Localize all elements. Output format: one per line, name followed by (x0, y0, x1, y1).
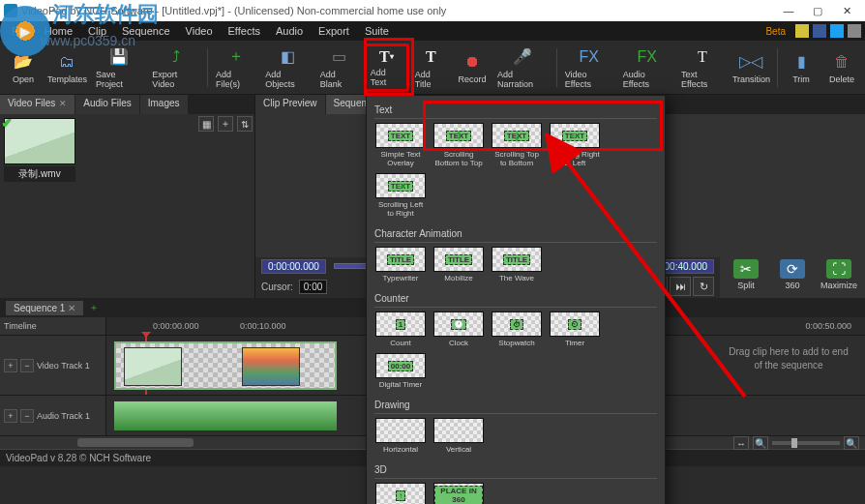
remove-audio-track-button[interactable]: − (20, 409, 34, 423)
ribbon-toolbar: 📂Open 🗂Templates 💾Save Project ⤴Export V… (0, 41, 865, 95)
dd-item-text-2[interactable]: TEXT↓Scrolling Top to Bottom (491, 123, 543, 167)
add-text-button[interactable]: T▾Add Text (364, 44, 409, 92)
tab-images[interactable]: Images (140, 95, 189, 114)
tab-clip-preview[interactable]: Clip Preview (255, 95, 326, 114)
zoom-out-button[interactable]: 🔍 (753, 436, 768, 450)
loop-button[interactable]: ↻ (693, 277, 714, 296)
menu-audio[interactable]: Audio (268, 23, 311, 39)
delete-button[interactable]: 🗑Delete (822, 44, 861, 92)
templates-button[interactable]: 🗂Templates (45, 44, 90, 92)
menu-file[interactable]: File (4, 23, 37, 39)
window-maximize[interactable]: ▢ (803, 0, 832, 21)
menu-effects[interactable]: Effects (221, 23, 268, 39)
zoom-reset-button[interactable]: ↔ (733, 436, 749, 450)
zoom-slider[interactable] (772, 441, 840, 445)
video-track-header[interactable]: + − Video Track 1 (0, 336, 106, 395)
dd-item-counter-3[interactable]: ⏲Timer (549, 311, 601, 347)
share-icon[interactable] (848, 24, 861, 38)
bin-add-icon[interactable]: ＋ (218, 116, 233, 132)
add-objects-button[interactable]: ◧Add Objects (261, 44, 314, 92)
dd-item-counter-0[interactable]: 1Count (374, 311, 427, 347)
add-sequence-button[interactable]: ＋ (89, 301, 99, 314)
dd-section-text: Text (374, 102, 657, 119)
timeline-mode-label[interactable]: Timeline (0, 317, 106, 335)
dd-item-text-0[interactable]: TEXTSimple Text Overlay (374, 123, 427, 167)
dd-item-text-3[interactable]: TEXT←Scrolling Right to Left (549, 123, 601, 167)
open-button[interactable]: 📂Open (4, 44, 43, 92)
dd-item-counter-2[interactable]: ⏱Stopwatch (491, 311, 543, 347)
bin-view-icon[interactable]: ▦ (198, 116, 214, 132)
status-text: VideoPad v 8.28 © NCH Software (6, 453, 151, 463)
goto-end-button[interactable]: ⏭ (670, 277, 691, 296)
split-button[interactable]: ✂Split (725, 257, 767, 292)
dd-item-3d-1[interactable]: PLACE IN 360360 degree billboard text (432, 483, 485, 504)
export-video-button[interactable]: ⤴Export Video (148, 44, 203, 92)
audio-track-header[interactable]: + − Audio Track 1 (0, 396, 106, 435)
dd-item-counter-1[interactable]: 🕐Clock (432, 311, 485, 347)
window-close[interactable]: ✕ (832, 0, 861, 21)
clip-used-icon: ✔ (1, 115, 13, 131)
zoom-in-button[interactable]: 🔍 (844, 436, 859, 450)
dd-item-char-2[interactable]: TITLEThe Wave (491, 247, 543, 282)
cursor-label: Cursor: (261, 282, 293, 292)
dd-section-3d: 3D (374, 461, 657, 479)
add-track-button[interactable]: + (4, 359, 17, 372)
menu-bar: File Home Clip Sequence Video Effects Au… (0, 21, 865, 41)
window-titlebar: VideoPad by NCH Software - [Untitled.vpj… (0, 0, 865, 21)
dd-item-drawing-1[interactable]: Vertical (432, 418, 485, 454)
maximize-button[interactable]: ⛶Maximize (818, 257, 860, 292)
menu-home[interactable]: Home (37, 23, 80, 39)
tab-video-files[interactable]: Video Files✕ (0, 95, 75, 114)
remove-track-button[interactable]: − (20, 359, 34, 372)
app-icon (4, 4, 17, 17)
dd-item-3d-0[interactable]: ↑Space (374, 483, 427, 504)
video-clip[interactable] (114, 341, 337, 390)
bin-sort-icon[interactable]: ⇅ (237, 116, 253, 132)
add-narration-button[interactable]: 🎤Add Narration (493, 44, 552, 92)
facebook-icon[interactable] (813, 24, 826, 38)
menu-export[interactable]: Export (311, 23, 357, 39)
clip-thumbnail[interactable]: ✔ 录制.wmv (4, 118, 75, 182)
dd-section-char: Character Animation (374, 225, 657, 243)
drop-hint: Drag clip here to add to end of the sequ… (726, 345, 851, 372)
window-minimize[interactable]: — (774, 0, 803, 21)
dd-item-char-1[interactable]: TITLEMobilize (432, 247, 485, 282)
360-button[interactable]: ⟳360 (771, 257, 814, 292)
dd-item-counter-4[interactable]: 00:00Digital Timer (374, 353, 427, 389)
star-icon[interactable] (795, 24, 809, 38)
preview-in-time[interactable]: 0:00:00.000 (261, 259, 326, 274)
trim-button[interactable]: ▮Trim (782, 44, 820, 92)
add-blank-button[interactable]: ▭Add Blank (316, 44, 362, 92)
tab-audio-files[interactable]: Audio Files (75, 95, 139, 114)
window-title: VideoPad by NCH Software - [Untitled.vpj… (21, 5, 446, 16)
media-bin-panel: Video Files✕ Audio Files Images ▦ ＋ ⇅ ✔ … (0, 95, 255, 298)
dd-section-counter: Counter (374, 290, 657, 308)
dd-section-drawing: Drawing (374, 397, 657, 414)
beta-label: Beta (765, 26, 786, 37)
add-text-dropdown: Text TEXTSimple Text OverlayTEXT↑Scrolli… (366, 95, 666, 504)
cursor-value: 0:00 (299, 280, 327, 294)
menu-clip[interactable]: Clip (80, 23, 114, 39)
menu-sequence[interactable]: Sequence (114, 23, 178, 39)
dd-item-text-1[interactable]: TEXT↑Scrolling Bottom to Top (432, 123, 485, 167)
audio-effects-button[interactable]: FXAudio Effects (619, 44, 675, 92)
save-project-button[interactable]: 💾Save Project (92, 44, 146, 92)
menu-video[interactable]: Video (178, 23, 221, 39)
menu-suite[interactable]: Suite (357, 23, 397, 39)
video-effects-button[interactable]: FXVideo Effects (561, 44, 617, 92)
transition-button[interactable]: ▷◁Transition (730, 44, 773, 92)
add-title-button[interactable]: TAdd Title (411, 44, 451, 92)
add-files-button[interactable]: ＋Add File(s) (212, 44, 259, 92)
dd-item-drawing-0[interactable]: Horizontal (374, 418, 427, 454)
twitter-icon[interactable] (830, 24, 844, 38)
clip-name: 录制.wmv (4, 166, 75, 182)
dd-item-char-0[interactable]: TITLETypewriter (374, 247, 427, 282)
sequence-tab[interactable]: Sequence 1 ✕ (6, 301, 83, 315)
dd-item-text-4[interactable]: TEXT→Scrolling Left to Right (374, 173, 427, 218)
text-effects-button[interactable]: TText Effects (677, 44, 728, 92)
add-audio-track-button[interactable]: + (4, 409, 17, 423)
record-button[interactable]: ⏺Record (453, 44, 492, 92)
audio-clip[interactable] (114, 401, 337, 430)
